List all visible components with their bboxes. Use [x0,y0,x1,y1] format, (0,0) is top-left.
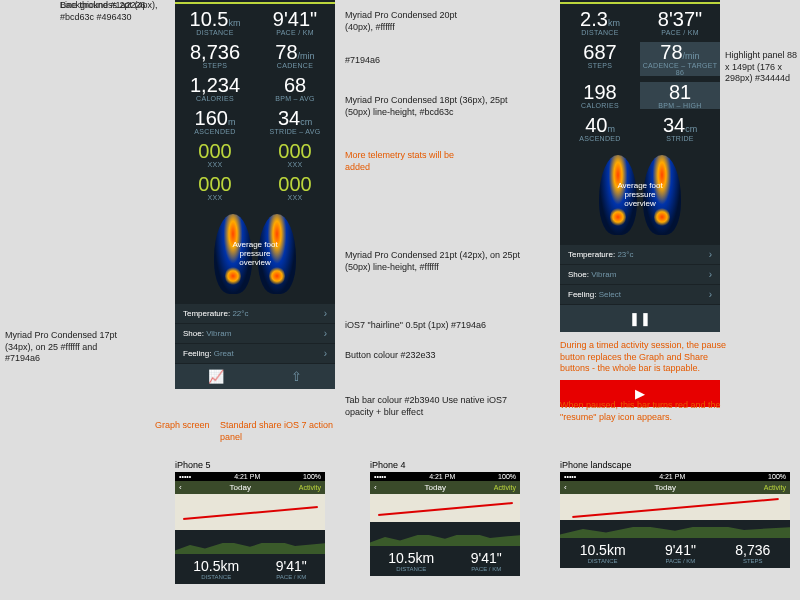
metric-cadence: 78/minCADENCE [255,42,335,69]
anno: Myriad Pro Condensed 17pt (34px), on 25 … [5,330,125,365]
metric-pace: 9'41"PACE / km [255,9,335,36]
metric-stride: 34cmSTRIDE – avg [255,108,335,135]
pause-icon: ❚❚ [629,311,651,326]
anno: Button colour #232e33 [345,350,436,362]
play-icon: ▶ [635,386,645,401]
anno: Myriad Pro Condensed 21pt (42px), on 25p… [345,250,525,273]
back-icon: ‹ [179,483,182,492]
chevron-right-icon: › [324,348,327,359]
row-temperature[interactable]: Temperature: 22°c› [175,304,335,324]
highlight-cadence: 78/minCADENCE – target 86 [640,42,720,76]
share-icon[interactable]: ⇧ [291,369,302,384]
chevron-right-icon: › [324,308,327,319]
graph-icon[interactable]: 📈 [208,369,224,384]
row-feeling[interactable]: Feeling: Great› [175,344,335,364]
mini-landscape: iPhone landscape •••••4:21 PM100% ‹Today… [560,460,790,568]
anno: When paused, this bar turns red and the … [560,400,730,423]
anno: Myriad Pro Condensed 20pt (40px), #fffff… [345,10,465,33]
pause-bar[interactable]: ❚❚ [560,305,720,332]
anno: Standard share iOS 7 action panel [220,420,340,443]
row-shoe[interactable]: Shoe: Vibram› [175,324,335,344]
metric-bpm: 68BPM – avg [255,75,335,102]
anno: iOS7 "hairline" 0.5pt (1px) #7194a6 [345,320,486,332]
anno: Highlight panel 88 x 149pt (176 x 298px)… [725,50,800,85]
metric-steps: 8,736STEPS [175,42,255,69]
anno: Myriad Pro Condensed 18pt (36px), 25pt (… [345,95,525,118]
foot-pressure: Average foot pressure overview [175,204,335,304]
chevron-right-icon: › [324,328,327,339]
anno: More telemetry stats will be added [345,150,465,173]
mini-iphone4: iPhone 4 •••••4:21 PM100% ‹TodayActivity… [370,460,520,576]
metric-calories: 1,234CALORIES [175,75,255,102]
mini-iphone5: iPhone 5 •••••4:21 PM100% ‹TodayActivity… [175,460,325,584]
metric-ascended: 160mASCENDED [175,108,255,135]
phone-session: 2.3kmDISTANCE 8'37"PACE / km 687STEPS 78… [560,0,720,332]
tab-bar: 📈 ⇧ [175,364,335,389]
metric-distance: 10.5kmDISTANCE [175,9,255,36]
anno: During a timed activity session, the pau… [560,340,730,375]
anno: #7194a6 [345,55,380,67]
anno: Background #1a2226 [60,0,146,12]
anno: Tab bar colour #2b3940 Use native iOS7 o… [345,395,515,418]
anno: Graph screen [155,420,210,432]
phone-main: 10.5kmDISTANCE 9'41"PACE / km 8,736STEPS… [175,0,335,389]
